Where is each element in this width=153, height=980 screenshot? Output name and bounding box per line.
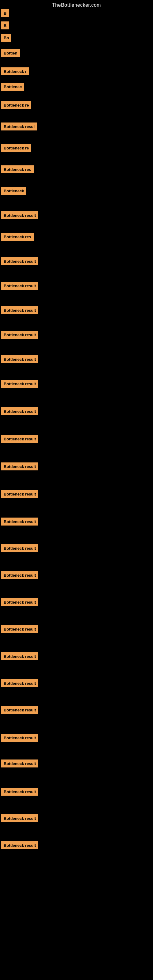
result-block-29: Bottleneck result <box>1 652 38 660</box>
result-block-31: Bottleneck result <box>1 706 38 714</box>
result-block-27: Bottleneck result <box>1 598 38 606</box>
result-block-5: Bottleneck r <box>1 67 29 75</box>
result-block-9: Bottleneck re <box>1 144 31 152</box>
result-block-7: Bottleneck re <box>1 101 31 109</box>
result-block-18: Bottleneck result <box>1 355 38 363</box>
result-block-28: Bottleneck result <box>1 625 38 633</box>
result-block-16: Bottleneck result <box>1 306 38 314</box>
result-block-8: Bottleneck resul <box>1 123 37 130</box>
result-block-36: Bottleneck result <box>1 841 38 849</box>
result-block-1: B <box>1 9 9 17</box>
result-block-24: Bottleneck result <box>1 517 38 525</box>
result-block-17: Bottleneck result <box>1 331 38 339</box>
result-block-4: Bottlen <box>1 49 20 57</box>
result-block-10: Bottleneck res <box>1 165 33 173</box>
result-block-3: Bo <box>1 34 11 41</box>
result-block-23: Bottleneck result <box>1 490 38 498</box>
result-block-19: Bottleneck result <box>1 380 38 388</box>
result-block-33: Bottleneck result <box>1 759 38 767</box>
result-block-11: Bottleneck <box>1 187 26 195</box>
result-block-15: Bottleneck result <box>1 282 38 290</box>
result-block-20: Bottleneck result <box>1 407 38 415</box>
result-block-26: Bottleneck result <box>1 571 38 579</box>
result-block-2: B <box>1 21 9 29</box>
site-title: TheBottlenecker.com <box>0 0 153 9</box>
result-block-34: Bottleneck result <box>1 788 38 795</box>
result-block-13: Bottleneck res <box>1 233 33 241</box>
result-block-22: Bottleneck result <box>1 463 38 470</box>
result-block-30: Bottleneck result <box>1 679 38 687</box>
result-block-21: Bottleneck result <box>1 435 38 443</box>
result-block-35: Bottleneck result <box>1 814 38 822</box>
result-block-25: Bottleneck result <box>1 544 38 552</box>
result-block-32: Bottleneck result <box>1 734 38 742</box>
result-block-12: Bottleneck result <box>1 211 38 219</box>
result-block-14: Bottleneck result <box>1 257 38 265</box>
result-block-6: Bottlenec <box>1 83 24 91</box>
